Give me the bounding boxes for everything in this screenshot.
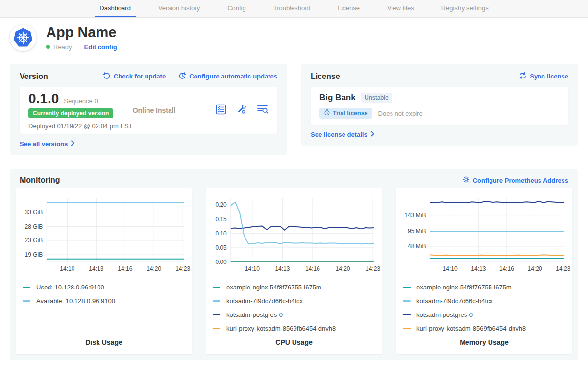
legend-item: example-nginx-54f8f76755-l675m — [403, 284, 565, 291]
chevron-right-icon — [370, 131, 375, 138]
svg-text:14:23: 14:23 — [366, 265, 380, 272]
legend-dash — [213, 314, 220, 315]
svg-text:14:13: 14:13 — [471, 265, 486, 272]
app-header: App Name Ready Edit config — [10, 25, 578, 51]
check-for-update-link[interactable]: Check for update — [103, 72, 166, 81]
svg-text:19 GiB: 19 GiB — [25, 251, 43, 258]
svg-text:14:16: 14:16 — [118, 265, 132, 272]
legend-dash — [403, 300, 411, 302]
version-heading: Version — [20, 72, 48, 81]
legend-item: kotsadm-postgres-0 — [403, 311, 565, 318]
edit-config-link[interactable]: Edit config — [84, 43, 117, 51]
refresh-icon — [103, 72, 111, 81]
see-all-versions-link[interactable]: See all versions — [20, 140, 75, 148]
svg-text:48 MiB: 48 MiB — [408, 243, 426, 250]
tab-version-history[interactable]: Version history — [153, 0, 205, 17]
tab-view-files[interactable]: View files — [382, 0, 419, 17]
memory-usage-legend: example-nginx-54f8f76755-l675m kotsadm-7… — [403, 284, 565, 339]
kubernetes-logo-icon — [10, 25, 36, 51]
legend-dash — [403, 328, 411, 329]
license-card: License Sync license Big Bank Unstable — [301, 64, 578, 146]
license-panel: Big Bank Unstable Trial license Does not… — [311, 87, 568, 125]
divider — [78, 43, 78, 50]
monitoring-heading: Monitoring — [20, 176, 60, 184]
svg-text:0.20: 0.20 — [215, 201, 227, 208]
see-all-versions-label: See all versions — [20, 140, 68, 148]
svg-text:14:13: 14:13 — [89, 265, 103, 272]
deployed-badge: Currently deployed version — [28, 108, 113, 118]
tab-config[interactable]: Config — [222, 0, 251, 17]
version-number: 0.1.0 — [28, 91, 59, 106]
cpu-usage-legend: example-nginx-54f8f76755-l675m kotsadm-7… — [213, 284, 375, 339]
sync-license-link[interactable]: Sync license — [519, 72, 568, 81]
configure-automatic-updates-link[interactable]: Configure automatic updates — [178, 72, 277, 81]
legend-item: kotsadm-7f9dc7d66c-b4tcx — [403, 297, 565, 305]
configure-prometheus-link[interactable]: Configure Prometheus Address — [463, 176, 568, 184]
license-expiry: Does not expire — [378, 110, 423, 117]
status-dot — [46, 45, 50, 49]
legend-item: Used: 10.128.0.96:9100 — [23, 284, 185, 291]
page-title: App Name — [46, 25, 117, 40]
deployed-timestamp: Deployed 01/19/22 @ 02:04 pm EST — [28, 122, 133, 130]
sync-license-label: Sync license — [530, 73, 568, 80]
cpu-usage-chart: 14:1014:1314:1614:2014:230.200.150.100.0… — [213, 195, 375, 277]
release-notes-icon[interactable] — [216, 104, 226, 117]
svg-text:14:16: 14:16 — [305, 265, 320, 272]
configure-automatic-updates-label: Configure automatic updates — [189, 73, 277, 80]
deploy-logs-icon[interactable] — [257, 104, 269, 117]
legend-dash — [23, 287, 30, 288]
legend-item: kurl-proxy-kotsadm-8569fb6454-dnvh8 — [213, 325, 375, 332]
svg-text:14:20: 14:20 — [528, 265, 542, 272]
config-icon[interactable] — [236, 104, 247, 117]
tab-license[interactable]: License — [333, 0, 365, 17]
legend-item: kurl-proxy-kotsadm-8569fb6454-dnvh8 — [403, 325, 565, 332]
chart-title: Memory Usage — [403, 339, 565, 346]
legend-item: Available: 10.128.0.96:9100 — [23, 297, 185, 305]
configure-prometheus-label: Configure Prometheus Address — [473, 177, 568, 184]
tab-registry-settings[interactable]: Registry settings — [437, 0, 493, 17]
legend-dash — [213, 287, 220, 288]
svg-text:14:23: 14:23 — [175, 265, 190, 272]
stopwatch-icon — [324, 109, 330, 117]
legend-dash — [213, 300, 220, 302]
check-for-update-label: Check for update — [114, 73, 166, 80]
svg-text:14:10: 14:10 — [60, 265, 74, 272]
current-version-panel: 0.1.0 Sequence 0 Currently deployed vers… — [20, 87, 277, 134]
svg-text:14:20: 14:20 — [335, 265, 350, 272]
memory-usage-card: 14:1014:1314:1614:2014:23143 MiB95 MiB48… — [396, 188, 572, 354]
legend-dash — [403, 287, 411, 288]
svg-text:33 GiB: 33 GiB — [25, 209, 43, 216]
tab-dashboard[interactable]: Dashboard — [95, 0, 136, 17]
disk-usage-card: 14:1014:1314:1614:2014:2333 GiB28 GiB23 … — [16, 188, 192, 354]
svg-text:95 MiB: 95 MiB — [408, 228, 426, 235]
svg-text:14:10: 14:10 — [245, 265, 260, 272]
svg-text:14:13: 14:13 — [275, 265, 290, 272]
svg-text:0.10: 0.10 — [215, 230, 227, 237]
legend-item: kotsadm-postgres-0 — [213, 311, 375, 318]
top-nav: Dashboard Version history Config Trouble… — [0, 0, 588, 18]
legend-dash — [213, 328, 220, 329]
legend-dash — [403, 314, 411, 315]
install-type: Online Install — [133, 106, 216, 114]
svg-text:14:16: 14:16 — [499, 265, 514, 272]
svg-text:14:10: 14:10 — [443, 265, 458, 272]
chart-title: CPU Usage — [213, 339, 375, 346]
see-license-details-link[interactable]: See license details — [311, 131, 375, 138]
chevron-right-icon — [71, 140, 75, 148]
svg-text:28 GiB: 28 GiB — [25, 223, 43, 230]
monitoring-card: Monitoring Configure Prometheus Address … — [10, 169, 578, 360]
chart-title: Disk Usage — [23, 339, 185, 346]
tab-troubleshoot[interactable]: Troubleshoot — [269, 0, 315, 17]
svg-text:0.00: 0.00 — [215, 259, 227, 265]
gear-icon — [463, 176, 470, 184]
disk-usage-chart: 14:1014:1314:1614:2014:2333 GiB28 GiB23 … — [23, 195, 185, 277]
status-text: Ready — [53, 43, 72, 51]
memory-usage-chart: 14:1014:1314:1614:2014:23143 MiB95 MiB48… — [403, 195, 565, 277]
license-type-label: Trial license — [333, 110, 368, 117]
schedule-icon — [178, 72, 186, 81]
channel-badge: Unstable — [361, 93, 392, 103]
license-heading: License — [311, 72, 340, 81]
cards-row: Version Check for update Configure autom… — [10, 64, 578, 155]
sync-icon — [519, 72, 527, 81]
svg-text:143 MiB: 143 MiB — [404, 212, 426, 219]
